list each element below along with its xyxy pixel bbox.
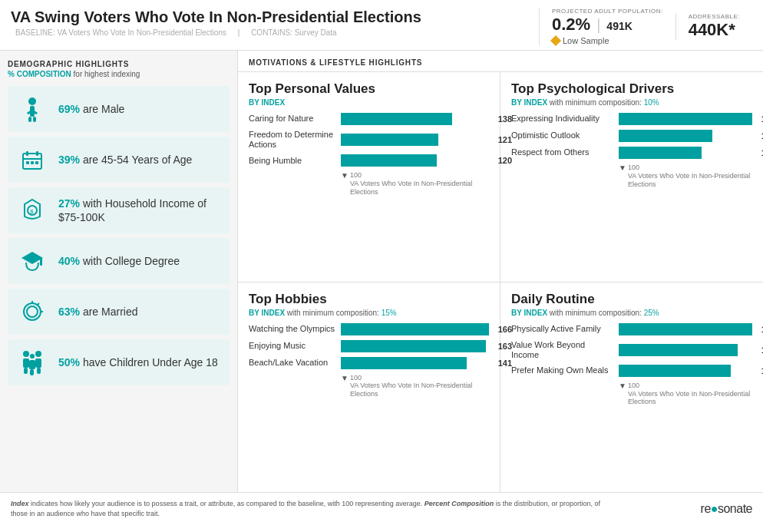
personal-values-by-index: BY INDEX: [249, 98, 285, 107]
daily-routine-title: Daily Routine: [511, 292, 752, 307]
pct-composition-label: % COMPOSITION: [8, 70, 71, 78]
svg-marker-15: [21, 252, 43, 264]
bar-row-caring: Caring for Nature 138: [249, 113, 489, 125]
bar-value-beach: 141: [498, 357, 512, 369]
bar-label-work: Value Work Beyond Income: [511, 340, 619, 360]
svg-rect-7: [26, 151, 28, 156]
bar-label-humble: Being Humble: [249, 156, 341, 166]
bar-value-caring: 138: [498, 113, 512, 125]
psychological-min-comp-text: with minimum composition:: [550, 98, 644, 107]
addressable-block: ADDRESSABLE: 440K*: [675, 13, 752, 40]
bar-fill-olympics: [341, 323, 489, 335]
hobbies-subtitle: BY INDEX with minimum composition: 15%: [249, 309, 489, 317]
bar-row-meals: Prefer Making Own Meals 111: [511, 365, 752, 377]
psychological-by-index: BY INDEX: [511, 98, 547, 107]
demo-item-income: $ 27% with Household Income of $75-100K: [8, 187, 230, 233]
panel-daily-routine: Daily Routine BY INDEX with minimum comp…: [500, 283, 763, 493]
bar-row-beach: Beach/Lake Vacation 141: [249, 357, 489, 369]
bar-fill-respect: [619, 147, 702, 159]
bar-value-music: 163: [498, 340, 512, 352]
baseline-arrow-personal: ▼: [341, 171, 348, 180]
children-icon: [15, 345, 49, 379]
diamond-icon: [550, 35, 561, 46]
baseline-arrow-daily: ▼: [619, 382, 626, 390]
svg-rect-25: [23, 359, 29, 368]
footer-index-desc: indicates how likely your audience is to…: [31, 500, 424, 507]
projected-label: PROJECTED ADULT POPULATION:: [552, 8, 663, 15]
svg-rect-29: [37, 368, 41, 374]
svg-rect-12: [35, 161, 38, 164]
svg-rect-8: [36, 151, 38, 156]
bar-label-olympics: Watching the Olympics: [249, 324, 341, 334]
hobbies-title: Top Hobbies: [249, 292, 489, 307]
demo-text-male: 69% are Male: [58, 102, 124, 116]
bar-container-music: 163: [341, 340, 489, 352]
svg-text:$: $: [30, 208, 34, 215]
bar-container-work: 117: [619, 344, 752, 356]
page-footer: Index indicates how likely your audience…: [0, 492, 763, 524]
bar-value-humble: 120: [498, 154, 512, 167]
baseline-text-hobbies: 100VA Voters Who Vote In Non-Presidentia…: [350, 374, 489, 398]
svg-point-18: [27, 306, 38, 317]
bar-value-olympics: 166: [498, 323, 512, 335]
svg-rect-11: [31, 161, 34, 164]
bar-row-work: Value Work Beyond Income 117: [511, 340, 752, 360]
contains-label: CONTAINS: Survey Data: [251, 28, 337, 37]
svg-point-23: [35, 351, 41, 357]
baseline-text-personal: 100VA Voters Who Vote In Non-Presidentia…: [350, 171, 489, 196]
header-left: VA Swing Voters Who Vote In Non-Presiden…: [11, 8, 539, 45]
bar-label-caring: Caring for Nature: [249, 114, 341, 124]
education-icon: [15, 244, 49, 278]
personal-values-bars: Caring for Nature 138 Freedom to Determi…: [249, 113, 489, 197]
bar-fill-music: [341, 340, 486, 352]
footer-text: Index indicates how likely your audience…: [11, 499, 609, 518]
psychological-subtitle: BY INDEX with minimum composition: 10%: [511, 98, 752, 107]
projected-pct: 0.2%: [552, 15, 590, 35]
baseline-text-daily: 100VA Voters Who Vote In Non-Presidentia…: [628, 382, 752, 406]
bar-fill-meals: [619, 365, 731, 377]
demo-text-education: 40% with College Degree: [58, 254, 180, 268]
bar-container-olympics: 166: [341, 323, 489, 335]
personal-values-title: Top Personal Values: [249, 81, 489, 97]
panel-psychological: Top Psychological Drivers BY INDEX with …: [500, 72, 763, 283]
bar-label-individuality: Expressing Individuality: [511, 114, 619, 124]
bar-label-respect: Respect from Others: [511, 147, 619, 157]
baseline-marker-psych: ▼ 100VA Voters Who Vote In Non-President…: [511, 164, 752, 188]
footer-pct-term: Percent Composition: [424, 500, 494, 507]
hobbies-bars: Watching the Olympics 166 Enjoying Music…: [249, 323, 489, 398]
bar-container-meals: 111: [619, 365, 752, 377]
projected-pop: 491K: [606, 20, 632, 32]
svg-rect-10: [26, 161, 29, 164]
baseline-arrow-hobbies: ▼: [341, 374, 348, 382]
baseline-marker-personal: ▼ 100VA Voters Who Vote In Non-President…: [249, 171, 489, 196]
bar-fill-beach: [341, 357, 467, 369]
daily-routine-by-index: BY INDEX: [511, 309, 547, 317]
bar-fill-humble: [341, 154, 437, 167]
hobbies-by-index: BY INDEX: [249, 309, 285, 317]
bar-label-optimistic: Optimistic Outlook: [511, 131, 619, 140]
hobbies-min-comp-text: with minimum composition:: [287, 309, 382, 317]
panel-personal-values: Top Personal Values BY INDEX Caring for …: [238, 72, 500, 283]
bar-fill-optimistic: [619, 130, 712, 142]
hobbies-min-comp-val: 15%: [382, 309, 397, 317]
daily-routine-min-comp-text: with minimum composition:: [550, 309, 644, 317]
bar-label-beach: Beach/Lake Vacation: [249, 358, 341, 368]
bar-container-individuality: 183: [619, 113, 752, 125]
content-grid: Top Personal Values BY INDEX Caring for …: [238, 72, 763, 492]
demo-item-male: 69% are Male: [8, 86, 230, 132]
demographic-sidebar: DEMOGRAPHIC HIGHLIGHTS % COMPOSITION for…: [0, 51, 238, 492]
page-header: VA Swing Voters Who Vote In Non-Presiden…: [0, 0, 763, 51]
bar-fill-caring: [341, 113, 452, 125]
bar-fill-freedom: [341, 134, 438, 146]
bar-fill-work: [619, 344, 738, 356]
psychological-min-comp-val: 10%: [644, 98, 659, 107]
bar-row-active: Physically Active Family 132: [511, 323, 752, 335]
bar-row-individuality: Expressing Individuality 183: [511, 113, 752, 125]
male-pct: 69%: [58, 103, 80, 115]
male-icon: [15, 92, 49, 126]
bar-container-optimistic: 129: [619, 130, 752, 142]
svg-rect-9: [23, 158, 41, 160]
demo-text-married: 63% are Married: [58, 305, 138, 319]
demo-item-married: 63% are Married: [8, 289, 230, 335]
married-pct: 63%: [58, 306, 80, 318]
